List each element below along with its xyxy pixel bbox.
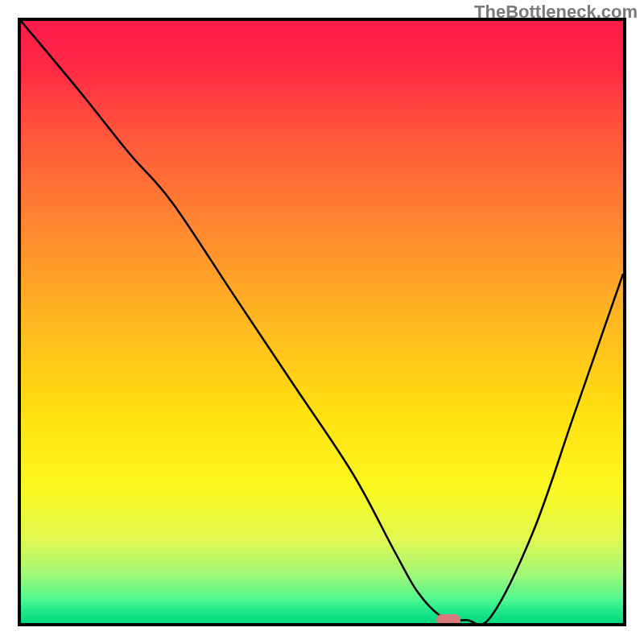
curve-svg xyxy=(21,21,623,623)
optimal-marker xyxy=(436,614,460,625)
chart-container: TheBottleneck.com xyxy=(0,0,644,644)
plot-area xyxy=(18,18,626,626)
watermark-text: TheBottleneck.com xyxy=(474,2,638,23)
bottleneck-curve xyxy=(21,21,623,623)
